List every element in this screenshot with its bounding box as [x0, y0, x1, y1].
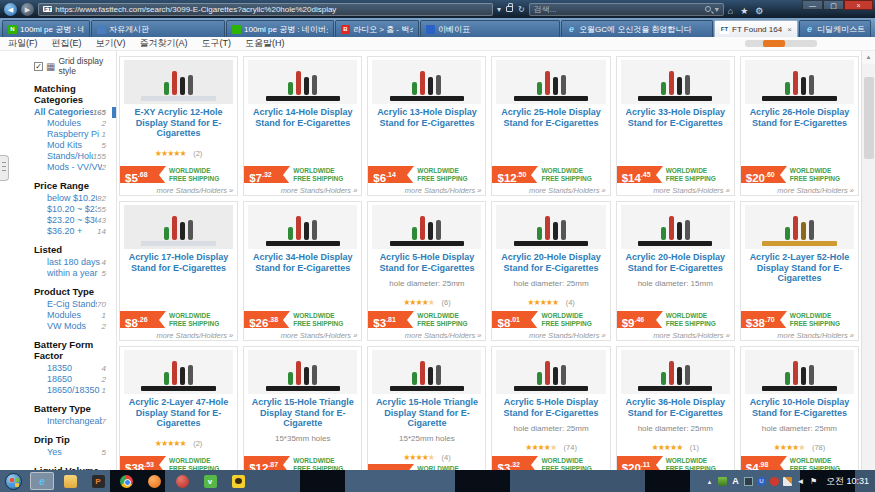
settings-gear-icon[interactable]: ⚙	[755, 6, 763, 16]
product-title-link[interactable]: Acrylic 36-Hole Display Stand for E-Ciga…	[617, 397, 734, 419]
filter-label[interactable]: All Categories	[34, 107, 93, 118]
filter-link[interactable]: Mods - VV/VW 2	[34, 162, 106, 173]
filter-label[interactable]: $10.20 ~ $23.20	[47, 204, 97, 215]
product-image[interactable]	[248, 350, 357, 394]
browser-tab[interactable]: 자유게시판	[91, 20, 225, 37]
filter-link[interactable]: 18650 2	[34, 374, 106, 385]
product-image[interactable]	[372, 350, 481, 394]
taskbar-app-button[interactable]	[114, 472, 138, 490]
more-stands-link[interactable]: more Stands/Holders »	[617, 183, 734, 195]
more-stands-link[interactable]: more Stands/Holders »	[741, 328, 858, 340]
taskbar-app-button[interactable]: v	[198, 472, 222, 490]
start-button[interactable]	[5, 473, 22, 490]
product-title-link[interactable]: E-XY Acrylic 12-Hole Display Stand for E…	[120, 107, 237, 139]
product-image[interactable]	[372, 60, 481, 104]
filter-label[interactable]: 18350	[47, 363, 102, 374]
product-image[interactable]	[496, 60, 605, 104]
filter-link[interactable]: Interchangeable 7	[34, 416, 106, 427]
filter-link[interactable]: within a year 5	[34, 268, 106, 279]
filter-link[interactable]: Modules 1	[34, 310, 106, 321]
filter-label[interactable]: 18650/18350	[47, 385, 102, 396]
menu-item[interactable]: 도구(T)	[202, 37, 232, 50]
product-card[interactable]: Acrylic 26-Hole Display Stand for E-Ciga…	[740, 56, 859, 196]
taskbar-app-button[interactable]: P	[86, 472, 110, 490]
more-stands-link[interactable]: more Stands/Holders »	[120, 328, 237, 340]
filter-label[interactable]: below $10.20	[47, 193, 97, 204]
product-card[interactable]: Acrylic 25-Hole Display Stand for E-Ciga…	[491, 56, 610, 196]
product-card[interactable]: Acrylic 15-Hole Triangle Display Stand f…	[243, 346, 362, 486]
filter-label[interactable]: VW Mods	[47, 321, 102, 332]
home-icon[interactable]: ⌂	[728, 6, 733, 16]
more-stands-link[interactable]: more Stands/Holders »	[120, 183, 237, 195]
search-dropdown-icon[interactable]: ▾	[715, 5, 719, 14]
product-image[interactable]	[621, 205, 730, 249]
taskbar-app-button[interactable]: e	[30, 472, 54, 490]
product-title-link[interactable]: Acrylic 5-Hole Display Stand for E-Cigar…	[492, 397, 609, 419]
more-stands-link[interactable]: more Stands/Holders »	[244, 328, 361, 340]
product-image[interactable]	[496, 350, 605, 394]
product-image[interactable]	[496, 205, 605, 249]
browser-tab[interactable]: 이베이표	[420, 20, 560, 37]
product-card[interactable]: E-XY Acrylic 12-Hole Display Stand for E…	[119, 56, 238, 196]
browser-tab[interactable]: e 디딜케미스트	[799, 20, 871, 37]
taskbar-app-button[interactable]	[58, 472, 82, 490]
sidebar-grip-handle[interactable]	[0, 155, 9, 181]
browser-tab[interactable]: B 라디오 > 홈 - 벅스	[335, 20, 419, 37]
filter-label[interactable]: $23.20 ~ $36.20	[47, 215, 97, 226]
product-title-link[interactable]: Acrylic 14-Hole Display Stand for E-Ciga…	[244, 107, 361, 129]
browser-tab[interactable]: FT FT Found 164 Acrylic Hole Di... ×	[714, 20, 798, 37]
product-card[interactable]: Acrylic 34-Hole Display Stand for E-Ciga…	[243, 201, 362, 341]
product-title-link[interactable]: Acrylic 5-Hole Display Stand for E-Cigar…	[368, 252, 485, 274]
more-stands-link[interactable]: more Stands/Holders »	[368, 328, 485, 340]
product-card[interactable]: Acrylic 5-Hole Display Stand for E-Cigar…	[367, 201, 486, 341]
checkbox-checked-icon[interactable]: ✓	[34, 62, 43, 71]
filter-link[interactable]: $10.20 ~ $23.20 55	[34, 204, 106, 215]
tray-icon[interactable]: ⚑	[809, 477, 818, 486]
filter-link[interactable]: Mod Kits 5	[34, 140, 106, 151]
more-stands-link[interactable]: more Stands/Holders »	[617, 328, 734, 340]
search-input[interactable]: 검색... ▾	[529, 3, 724, 16]
product-card[interactable]: Acrylic 36-Hole Display Stand for E-Ciga…	[616, 346, 735, 486]
filter-label[interactable]: $36.20 +	[47, 226, 97, 237]
product-title-link[interactable]: Acrylic 20-Hole Display Stand for E-Ciga…	[492, 252, 609, 274]
product-card[interactable]: Acrylic 33-Hole Display Stand for E-Ciga…	[616, 56, 735, 196]
filter-link[interactable]: 18650/18350 1	[34, 385, 106, 396]
product-image[interactable]	[621, 350, 730, 394]
forward-button[interactable]: ▶	[21, 3, 34, 16]
dropdown-icon[interactable]: ▾	[497, 5, 501, 14]
filter-label[interactable]: E-Cig Stands	[47, 299, 97, 310]
browser-tab[interactable]: e 오월GC에 오신것을 환영합니다	[561, 20, 713, 37]
tray-icon[interactable]	[770, 477, 779, 486]
browser-tab[interactable]: N 100ml pe 공병 : 네이버 통합...	[2, 20, 90, 37]
close-button[interactable]: ×	[844, 0, 873, 10]
filter-link[interactable]: Raspberry Pi 1	[34, 129, 106, 140]
back-button[interactable]: ◀	[4, 3, 17, 16]
filter-label[interactable]: Yes	[47, 447, 102, 458]
tray-icon[interactable]	[783, 477, 792, 486]
product-image[interactable]	[745, 350, 854, 394]
filter-label[interactable]: last 180 days	[47, 257, 102, 268]
product-image[interactable]	[124, 350, 233, 394]
product-image[interactable]	[124, 205, 233, 249]
address-bar[interactable]: FT https://www.fasttech.com/search/3099-…	[38, 3, 493, 16]
tab-close-icon[interactable]: ×	[787, 25, 792, 34]
product-title-link[interactable]: Acrylic 33-Hole Display Stand for E-Ciga…	[617, 107, 734, 129]
product-card[interactable]: Acrylic 20-Hole Display Stand for E-Ciga…	[616, 201, 735, 341]
minimize-button[interactable]: —	[802, 0, 823, 10]
filter-link[interactable]: last 180 days 4	[34, 257, 106, 268]
product-title-link[interactable]: Acrylic 15-Hole Triangle Display Stand f…	[244, 397, 361, 429]
scroll-up-arrow[interactable]: ▲	[862, 51, 875, 64]
scrollbar-thumb[interactable]	[864, 77, 874, 159]
taskbar-app-button[interactable]	[170, 472, 194, 490]
product-title-link[interactable]: Acrylic 13-Hole Display Stand for E-Ciga…	[368, 107, 485, 129]
filter-link[interactable]: E-Cig Stands 70	[34, 299, 106, 310]
product-image[interactable]	[124, 60, 233, 104]
filter-link[interactable]: below $10.20 82	[34, 193, 106, 204]
product-image[interactable]	[372, 205, 481, 249]
menu-item[interactable]: 편집(E)	[52, 37, 82, 50]
search-icon[interactable]	[705, 6, 711, 12]
more-stands-link[interactable]: more Stands/Holders »	[368, 183, 485, 195]
product-title-link[interactable]: Acrylic 2-Layer 52-Hole Display Stand fo…	[741, 252, 858, 284]
product-card[interactable]: Acrylic 13-Hole Display Stand for E-Ciga…	[367, 56, 486, 196]
tray-icon[interactable]: ▴	[705, 477, 714, 486]
